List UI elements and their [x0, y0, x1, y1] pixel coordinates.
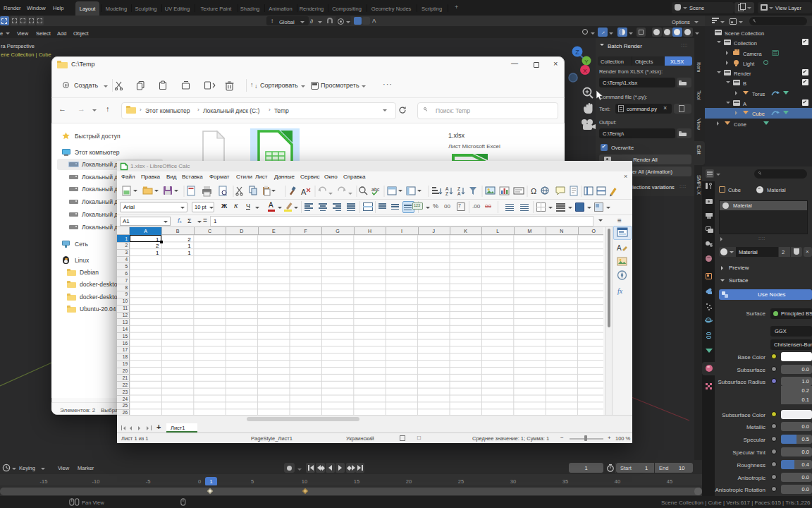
svg-text:Ω: Ω: [531, 187, 536, 195]
svg-text:abc: abc: [371, 187, 380, 192]
svg-text:A: A: [617, 244, 622, 252]
svg-text:X: X: [583, 68, 587, 74]
svg-text:A: A: [457, 191, 461, 196]
svg-text:Y: Y: [584, 59, 589, 65]
svg-text:A: A: [445, 186, 449, 191]
svg-text:fx: fx: [617, 287, 623, 295]
svg-text:Z: Z: [445, 191, 448, 196]
svg-text:A: A: [301, 188, 307, 196]
svg-text:Z: Z: [457, 186, 460, 191]
svg-text:Z: Z: [575, 49, 579, 56]
